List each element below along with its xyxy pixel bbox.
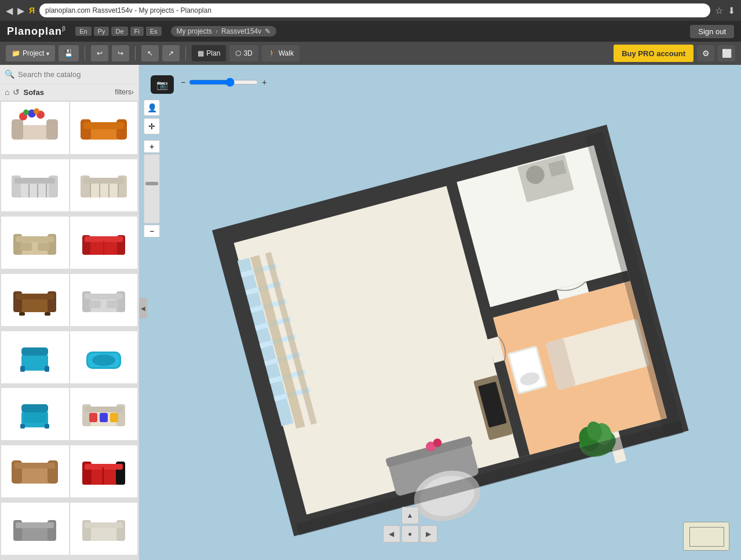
- nav-center-button[interactable]: ●: [401, 525, 419, 543]
- pro-account-button[interactable]: Buy PRO account: [614, 45, 693, 62]
- zoom-plus-button[interactable]: +: [262, 78, 267, 87]
- breadcrumb-project[interactable]: Rassvet154v: [221, 27, 261, 35]
- svg-rect-59: [21, 404, 48, 412]
- catalog-item-5[interactable]: [1, 217, 69, 269]
- lang-de[interactable]: De: [111, 27, 127, 36]
- floor-plan: [156, 88, 707, 551]
- search-input[interactable]: [18, 70, 134, 79]
- browser-star-icon[interactable]: ☆: [715, 5, 723, 16]
- minimap[interactable]: [683, 522, 729, 551]
- filters-link[interactable]: filters›: [115, 88, 134, 96]
- svg-point-57: [92, 354, 115, 366]
- svg-rect-43: [19, 312, 25, 316]
- catalog-grid: [0, 101, 138, 560]
- nav-up-button[interactable]: ▲: [401, 507, 419, 524]
- language-buttons: En Ру De Fi Es: [75, 27, 161, 36]
- browser-back-button[interactable]: ◀: [6, 5, 13, 16]
- redo-button[interactable]: ↪: [112, 45, 129, 61]
- measure-icon: ↗: [168, 49, 174, 57]
- walk-view-button[interactable]: 🚶 Walk: [262, 45, 300, 61]
- catalog-item-11[interactable]: [1, 388, 69, 440]
- svg-rect-69: [110, 413, 118, 422]
- toolbar-separator-2: [135, 46, 136, 60]
- browser-url-bar[interactable]: planoplan.com Rassvet154v - My projects …: [39, 3, 710, 17]
- catalog-item-4[interactable]: [70, 159, 138, 211]
- project-label: Project: [23, 49, 44, 57]
- lang-es[interactable]: Es: [146, 27, 162, 36]
- nav-left-button[interactable]: ◀: [383, 525, 400, 543]
- signout-button[interactable]: Sign out: [690, 25, 734, 38]
- search-icon: 🔍: [5, 69, 14, 79]
- svg-rect-48: [85, 294, 123, 299]
- canvas-area[interactable]: 📷 − + 👤 ✛ + −: [139, 65, 741, 560]
- catalog-item-16[interactable]: [70, 503, 138, 555]
- svg-rect-52: [21, 347, 48, 356]
- app-header: Planoplanβ En Ру De Fi Es My projects › …: [0, 21, 741, 42]
- sidebar-nav: ⌂ ↺ Sofas filters›: [0, 84, 138, 101]
- collapse-sidebar-button[interactable]: ◀: [139, 298, 147, 319]
- zoom-controls: − +: [181, 78, 267, 87]
- project-button[interactable]: 📁 Project: [6, 45, 55, 61]
- svg-rect-42: [16, 294, 54, 299]
- catalog-item-1[interactable]: [1, 102, 69, 154]
- browser-download-icon[interactable]: ⬇: [728, 5, 735, 16]
- lang-en[interactable]: En: [75, 27, 91, 36]
- catalog-item-15[interactable]: [1, 503, 69, 555]
- svg-rect-67: [89, 413, 97, 422]
- undo-icon: ↩: [97, 49, 103, 57]
- nav-right-button[interactable]: ▶: [420, 525, 437, 543]
- lang-fi[interactable]: Fi: [130, 27, 144, 36]
- settings-button[interactable]: ⚙: [697, 45, 714, 61]
- catalog-item-6[interactable]: [70, 217, 138, 269]
- home-icon[interactable]: ⌂: [5, 87, 9, 97]
- walk-label: Walk: [279, 49, 294, 57]
- svg-rect-51: [21, 353, 48, 371]
- svg-rect-2: [46, 119, 58, 140]
- edit-project-icon[interactable]: ✎: [265, 27, 271, 35]
- plan-label: Plan: [206, 49, 220, 57]
- sidebar: 🔍 ⌂ ↺ Sofas filters›: [0, 65, 139, 560]
- svg-rect-68: [100, 413, 108, 422]
- svg-point-7: [34, 108, 39, 114]
- zoom-slider[interactable]: [189, 78, 258, 87]
- svg-rect-62: [23, 412, 46, 423]
- redo-icon: ↪: [118, 49, 123, 57]
- svg-rect-60: [20, 424, 25, 429]
- browser-chrome: ◀ ▶ Я planoplan.com Rassvet154v - My pro…: [0, 0, 741, 21]
- minimap-inner: [689, 527, 724, 547]
- undo-button[interactable]: ↩: [91, 45, 108, 61]
- catalog-item-3[interactable]: [1, 159, 69, 211]
- catalog-item-10[interactable]: [70, 331, 138, 383]
- svg-rect-23: [83, 178, 124, 184]
- threed-view-button[interactable]: ⬡ 3D: [229, 45, 258, 61]
- catalog-item-7[interactable]: [1, 274, 69, 326]
- fullscreen-button[interactable]: ⬜: [718, 45, 735, 61]
- browser-url-text: planoplan.com Rassvet154v - My projects …: [45, 6, 211, 14]
- breadcrumb-myprojects[interactable]: My projects: [177, 27, 212, 35]
- back-icon[interactable]: ↺: [13, 87, 20, 97]
- lang-ru[interactable]: Ру: [94, 27, 109, 36]
- svg-rect-86: [85, 522, 123, 528]
- catalog-item-14[interactable]: [70, 445, 138, 497]
- browser-forward-button[interactable]: ▶: [17, 5, 24, 16]
- project-folder-icon: 📁: [12, 49, 20, 57]
- breadcrumb-separator: ›: [216, 27, 218, 35]
- measure-tool-button[interactable]: ↗: [162, 45, 180, 61]
- catalog-item-8[interactable]: [70, 274, 138, 326]
- catalog-item-12[interactable]: [70, 388, 138, 440]
- svg-rect-82: [16, 522, 54, 528]
- breadcrumb[interactable]: My projects › Rassvet154v ✎: [171, 26, 277, 36]
- zoom-minus-button[interactable]: −: [181, 78, 185, 87]
- toolbar: 📁 Project 💾 ↩ ↪ ↖ ↗ ▦ Plan ⬡ 3D 🚶 Walk B…: [0, 42, 741, 65]
- catalog-item-13[interactable]: [1, 445, 69, 497]
- svg-rect-53: [20, 366, 25, 372]
- svg-rect-49: [89, 301, 101, 308]
- plan-view-button[interactable]: ▦ Plan: [192, 45, 226, 61]
- save-button[interactable]: 💾: [59, 45, 79, 61]
- catalog-item-9[interactable]: [1, 331, 69, 383]
- select-tool-button[interactable]: ↖: [141, 45, 159, 61]
- person-icon: 👤: [147, 103, 157, 112]
- svg-rect-66: [85, 407, 123, 412]
- catalog-item-2[interactable]: [70, 102, 138, 154]
- svg-rect-1: [12, 119, 23, 140]
